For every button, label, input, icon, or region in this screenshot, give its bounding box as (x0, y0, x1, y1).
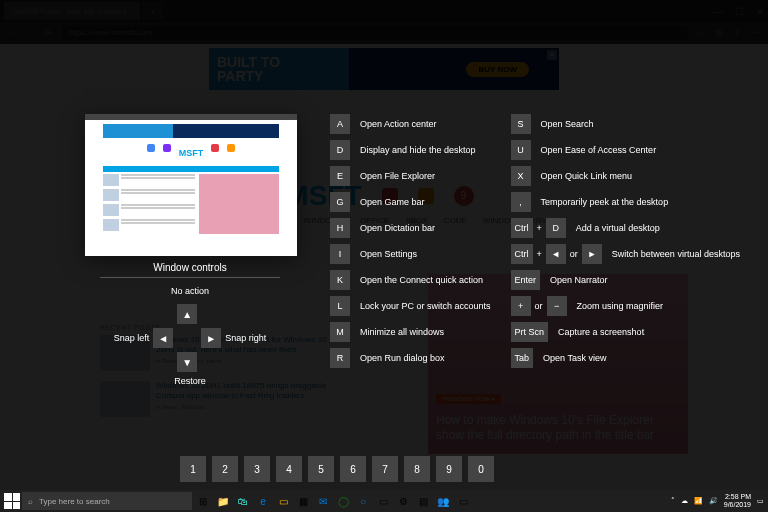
network-icon[interactable]: 📶 (694, 497, 703, 505)
shortcut-row: AOpen Action center (330, 114, 491, 134)
shortcut-key[interactable]: K (330, 270, 350, 290)
shortcut-row: EOpen File Explorer (330, 166, 491, 186)
shortcut-row: Ctrl+DAdd a virtual desktop (511, 218, 740, 238)
shortcut-key[interactable]: A (330, 114, 350, 134)
system-tray: ˄ ☁ 📶 🔊 2:58 PM 9/6/2019 ▭ (671, 493, 764, 508)
store-icon[interactable]: 🛍 (234, 492, 252, 510)
restore-label: Restore (100, 376, 280, 386)
number-key[interactable]: 8 (404, 456, 430, 482)
shortcut-key[interactable]: E (330, 166, 350, 186)
shortcut-label: Open Settings (360, 249, 417, 259)
snap-right-label: Snap right (225, 333, 266, 343)
xbox-icon[interactable]: ◯ (334, 492, 352, 510)
shortcut-key[interactable]: L (330, 296, 350, 316)
minus-key[interactable]: − (547, 296, 567, 316)
shortcut-key[interactable]: G (330, 192, 350, 212)
shortcut-key[interactable]: , (511, 192, 531, 212)
shortcut-row: +or−Zoom using magnifier (511, 296, 740, 316)
app-icon[interactable]: ▦ (294, 492, 312, 510)
shortcut-key[interactable]: U (511, 140, 531, 160)
number-key[interactable]: 7 (372, 456, 398, 482)
shortcut-key[interactable]: Prt Scn (511, 322, 549, 342)
shortcut-key[interactable]: Ctrl (511, 244, 533, 264)
file-explorer-icon[interactable]: 📁 (214, 492, 232, 510)
number-key[interactable]: 1 (180, 456, 206, 482)
shortcut-label: Switch between virtual desktops (612, 249, 740, 259)
shortcut-row: Ctrl+◄or►Switch between virtual desktops (511, 244, 740, 264)
number-key[interactable]: 4 (276, 456, 302, 482)
window-controls-panel: Window controls No action ▲ Snap left ◄ … (100, 262, 280, 386)
edge-icon[interactable]: e (254, 492, 272, 510)
onedrive-icon[interactable]: ☁ (681, 497, 688, 505)
app-icon[interactable]: ▭ (374, 492, 392, 510)
snap-up-key[interactable]: ▲ (177, 304, 197, 324)
snap-down-key[interactable]: ▼ (177, 352, 197, 372)
shortcut-label: Open Quick Link menu (541, 171, 633, 181)
number-key[interactable]: 2 (212, 456, 238, 482)
clock[interactable]: 2:58 PM 9/6/2019 (724, 493, 751, 508)
number-key[interactable]: 5 (308, 456, 334, 482)
panel-title: Window controls (100, 262, 280, 278)
shortcut-label: Open the Connect quick action (360, 275, 483, 285)
shortcut-label: Display and hide the desktop (360, 145, 476, 155)
task-view-icon[interactable]: ⊞ (194, 492, 212, 510)
shortcut-row: SOpen Search (511, 114, 740, 134)
action-center-icon[interactable]: ▭ (757, 497, 764, 505)
app-icon[interactable]: ▤ (414, 492, 432, 510)
shortcut-label: Open Narrator (550, 275, 608, 285)
snap-right-key[interactable]: ► (201, 328, 221, 348)
shortcut-label: Open Action center (360, 119, 437, 129)
shortcut-row: LLock your PC or switch accounts (330, 296, 491, 316)
shortcut-row: XOpen Quick Link menu (511, 166, 740, 186)
shortcut-key[interactable]: S (511, 114, 531, 134)
shortcut-key[interactable]: X (511, 166, 531, 186)
left-arrow-key[interactable]: ◄ (546, 244, 566, 264)
number-keys-row: 1234567890 (180, 456, 494, 482)
tray-chevron-icon[interactable]: ˄ (671, 497, 675, 505)
shortcut-row: DDisplay and hide the desktop (330, 140, 491, 160)
shortcut-label: Open Run dialog box (360, 353, 445, 363)
shortcut-key[interactable]: R (330, 348, 350, 368)
shortcut-label: Open File Explorer (360, 171, 435, 181)
number-key[interactable]: 3 (244, 456, 270, 482)
shortcut-key[interactable]: I (330, 244, 350, 264)
number-key[interactable]: 9 (436, 456, 462, 482)
folder-icon[interactable]: ▭ (274, 492, 292, 510)
search-placeholder: Type here to search (39, 497, 110, 506)
shortcut-key[interactable]: Ctrl (511, 218, 533, 238)
cortana-icon[interactable]: ○ (354, 492, 372, 510)
volume-icon[interactable]: 🔊 (709, 497, 718, 505)
shortcuts-panel: AOpen Action centerDDisplay and hide the… (330, 114, 728, 368)
shortcut-key[interactable]: Enter (511, 270, 541, 290)
shortcut-row: KOpen the Connect quick action (330, 270, 491, 290)
shortcut-label: Temporarily peek at the desktop (541, 197, 669, 207)
number-key[interactable]: 0 (468, 456, 494, 482)
shortcut-row: IOpen Settings (330, 244, 491, 264)
mail-icon[interactable]: ✉ (314, 492, 332, 510)
snap-left-label: Snap left (114, 333, 150, 343)
app-icon[interactable]: ⚙ (394, 492, 412, 510)
shortcut-row: TabOpen Task view (511, 348, 740, 368)
number-key[interactable]: 6 (340, 456, 366, 482)
right-arrow-key[interactable]: ► (582, 244, 602, 264)
plus-key[interactable]: + (511, 296, 531, 316)
window-preview[interactable]: MSFT (85, 114, 297, 256)
no-action-label: No action (100, 286, 280, 296)
shortcut-key[interactable]: M (330, 322, 350, 342)
shortcut-key[interactable]: D (330, 140, 350, 160)
shortcut-row: ,Temporarily peek at the desktop (511, 192, 740, 212)
taskbar: ⌕ Type here to search ⊞ 📁 🛍 e ▭ ▦ ✉ ◯ ○ … (0, 490, 768, 512)
snap-left-key[interactable]: ◄ (153, 328, 173, 348)
shortcut-row: Prt ScnCapture a screenshot (511, 322, 740, 342)
shortcut-row: ROpen Run dialog box (330, 348, 491, 368)
start-button[interactable] (4, 493, 20, 509)
taskbar-search[interactable]: ⌕ Type here to search (22, 492, 192, 510)
shortcut-key[interactable]: Tab (511, 348, 534, 368)
teams-icon[interactable]: 👥 (434, 492, 452, 510)
shortcut-row: GOpen Game bar (330, 192, 491, 212)
shortcut-key[interactable]: H (330, 218, 350, 238)
shortcut-label: Open Dictation bar (360, 223, 435, 233)
app-icon[interactable]: ▭ (454, 492, 472, 510)
search-icon: ⌕ (28, 497, 33, 506)
shortcut-key[interactable]: D (546, 218, 566, 238)
